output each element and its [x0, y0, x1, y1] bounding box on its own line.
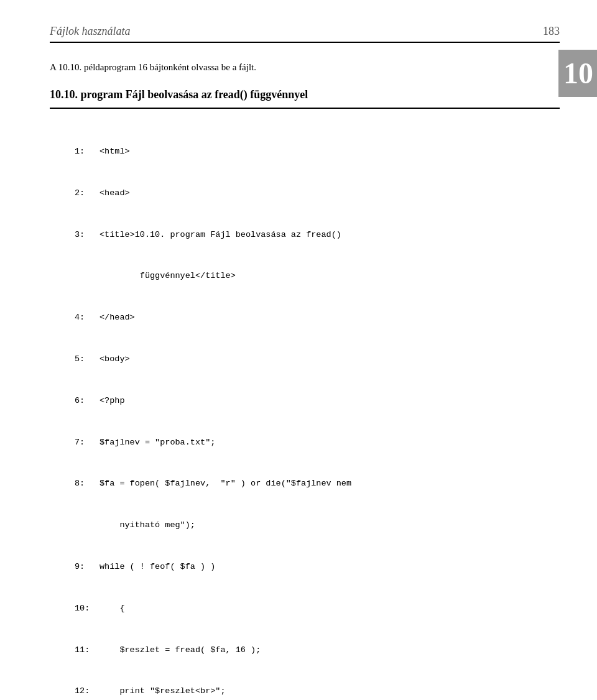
line-code-3b: függvénnyel</title>	[100, 269, 236, 283]
chapter-badge: 10	[558, 50, 597, 97]
code-line-7: 7: $fajlnev = "proba.txt";	[75, 436, 560, 449]
code-line-8b: nyitható meg");	[75, 518, 560, 532]
code-line-3b: függvénnyel</title>	[75, 269, 560, 283]
line-code-8b: nyitható meg");	[100, 518, 195, 532]
line-code-7: $fajlnev = "proba.txt";	[100, 436, 215, 449]
line-code-6: <?php	[100, 394, 125, 408]
line-num-1: 1:	[75, 145, 100, 159]
line-num-2: 2:	[75, 187, 100, 200]
line-num-11: 11:	[75, 643, 100, 657]
line-code-5: <body>	[100, 352, 130, 366]
line-num-3: 3:	[75, 228, 100, 242]
page-header: Fájlok használata 183	[50, 25, 560, 43]
code-line-12: 12: print "$reszlet<br>";	[75, 684, 560, 698]
line-code-11: $reszlet = fread( $fa, 16 );	[100, 643, 261, 657]
code-line-6: 6: <?php	[75, 394, 560, 408]
code-line-5: 5: <body>	[75, 352, 560, 366]
line-code-4: </head>	[100, 311, 135, 325]
code-line-10: 10: {	[75, 602, 560, 615]
line-num-12: 12:	[75, 684, 100, 698]
intro-text: A 10.10. példaprogram 16 bájtonként olva…	[50, 60, 560, 75]
code-line-8: 8: $fa = fopen( $fajlnev, "r" ) or die("…	[75, 477, 560, 490]
page: Fájlok használata 183 10 A 10.10. példap…	[0, 0, 597, 700]
header-page-num: 183	[543, 25, 560, 38]
line-num-3b	[75, 269, 100, 283]
line-code-1: <html>	[100, 145, 130, 159]
code-line-2: 2: <head>	[75, 187, 560, 200]
line-num-10: 10:	[75, 602, 100, 615]
line-num-7: 7:	[75, 436, 100, 449]
line-code-3: <title>10.10. program Fájl beolvasása az…	[100, 228, 341, 242]
line-num-8b	[75, 518, 100, 532]
line-num-4: 4:	[75, 311, 100, 325]
line-code-12: print "$reszlet<br>";	[100, 684, 226, 698]
code-line-3: 3: <title>10.10. program Fájl beolvasása…	[75, 228, 560, 242]
code-line-9: 9: while ( ! feof( $fa ) )	[75, 560, 560, 574]
line-num-6: 6:	[75, 394, 100, 408]
line-code-10: {	[100, 602, 125, 615]
code-line-4: 4: </head>	[75, 311, 560, 325]
code-line-11: 11: $reszlet = fread( $fa, 16 );	[75, 643, 560, 657]
line-code-8: $fa = fopen( $fajlnev, "r" ) or die("$fa…	[100, 477, 351, 490]
line-num-9: 9:	[75, 560, 100, 574]
header-title: Fájlok használata	[50, 25, 131, 38]
section1-code-block: 1: <html> 2: <head> 3: <title>10.10. pro…	[75, 117, 560, 701]
section1-heading-wrapper: 10.10. program Fájl beolvasása az fread(…	[50, 88, 560, 109]
code-line-1: 1: <html>	[75, 145, 560, 159]
section1-heading: 10.10. program Fájl beolvasása az fread(…	[50, 88, 560, 101]
line-num-5: 5:	[75, 352, 100, 366]
line-num-8: 8:	[75, 477, 100, 490]
line-code-9: while ( ! feof( $fa ) )	[100, 560, 215, 574]
line-code-2: <head>	[100, 187, 130, 200]
